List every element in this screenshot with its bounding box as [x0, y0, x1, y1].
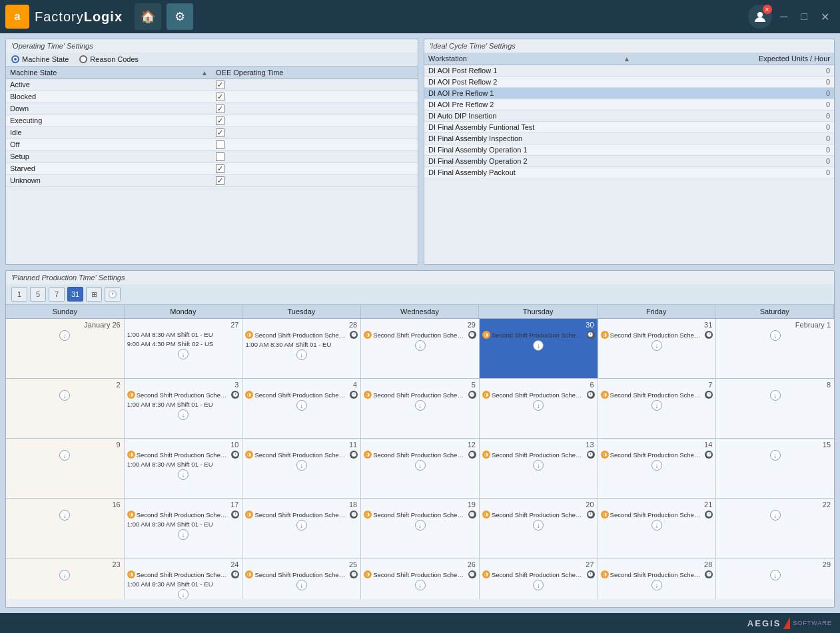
- calendar-event[interactable]: ◑ Second Shift Production Schedule 🕐: [126, 390, 241, 399]
- calendar-cell[interactable]: 7 ◑ Second Shift Production Schedule 🕐 ↓: [598, 379, 717, 438]
- calendar-add-event-button[interactable]: ↓: [770, 450, 781, 461]
- calendar-event[interactable]: ◑ Second Shift Production Schedule 🕐: [362, 330, 478, 339]
- calendar-add-event-button[interactable]: ↓: [178, 409, 189, 420]
- calendar-event[interactable]: ◑ Second Shift Production Schedule 🕐: [362, 510, 478, 519]
- calendar-add-event-button[interactable]: ↓: [296, 349, 307, 360]
- calendar-cell[interactable]: 271:00 AM 8:30 AM Shift 01 - EU9:00 AM 4…: [125, 319, 243, 378]
- calendar-event[interactable]: ◑ Second Shift Production Schedule 🕐: [244, 570, 359, 579]
- calendar-add-event-button[interactable]: ↓: [59, 450, 70, 461]
- calendar-add-event-button[interactable]: ↓: [296, 520, 307, 530]
- calendar-cell[interactable]: 21 ◑ Second Shift Production Schedule 🕐 …: [598, 499, 717, 558]
- calendar-add-event-button[interactable]: ↓: [296, 580, 307, 590]
- calendar-add-event-button[interactable]: ↓: [415, 460, 426, 471]
- calendar-add-event-button[interactable]: ↓: [651, 400, 662, 411]
- calendar-add-event-button[interactable]: ↓: [533, 400, 544, 411]
- calendar-cell[interactable]: January 26↓: [6, 319, 125, 378]
- ict-row[interactable]: DI Final Assembly Packout 0: [424, 167, 834, 178]
- calendar-add-event-button[interactable]: ↓: [770, 510, 781, 521]
- view-clock-button[interactable]: 🕐: [105, 287, 121, 302]
- calendar-cell[interactable]: 15↓: [716, 439, 834, 498]
- calendar-add-event-button[interactable]: ↓: [770, 330, 781, 341]
- calendar-add-event-button[interactable]: ↓: [415, 400, 426, 411]
- ict-row[interactable]: DI Final Assembly Operation 2 0: [424, 156, 834, 167]
- calendar-event[interactable]: ◑ Second Shift Production Schedule 🕐: [481, 450, 596, 459]
- calendar-add-event-button[interactable]: ↓: [770, 390, 781, 401]
- checkbox-icon[interactable]: ✓: [216, 128, 224, 137]
- calendar-add-event-button[interactable]: ↓: [296, 460, 307, 471]
- calendar-event-shift01[interactable]: 1:00 AM 8:30 AM Shift 01 - EU: [126, 460, 241, 469]
- calendar-cell[interactable]: 27 ◑ Second Shift Production Schedule 🕐 …: [480, 558, 598, 599]
- calendar-cell[interactable]: February 1↓: [716, 319, 834, 378]
- calendar-cell[interactable]: 22↓: [716, 499, 834, 558]
- ict-col-workstation[interactable]: Workstation ▲: [424, 53, 634, 65]
- calendar-cell[interactable]: 25 ◑ Second Shift Production Schedule 🕐 …: [242, 558, 361, 599]
- calendar-add-event-button[interactable]: ↓: [415, 580, 426, 590]
- radio-reason-codes[interactable]: Reason Codes: [79, 55, 139, 63]
- ot-cell-check[interactable]: ✓: [212, 175, 418, 186]
- checkbox-icon[interactable]: ✓: [216, 176, 224, 185]
- checkbox-icon[interactable]: [216, 140, 224, 149]
- calendar-cell[interactable]: 10 ◑ Second Shift Production Schedule 🕐 …: [125, 439, 243, 498]
- calendar-event[interactable]: ◑ Second Shift Production Schedule 🕐: [126, 450, 241, 459]
- view-7day-button[interactable]: 7: [49, 287, 65, 302]
- calendar-cell[interactable]: 13 ◑ Second Shift Production Schedule 🕐 …: [480, 439, 598, 498]
- calendar-add-event-button[interactable]: ↓: [178, 469, 189, 480]
- ot-cell-check[interactable]: ✓: [212, 163, 418, 174]
- view-5day-button[interactable]: 5: [30, 287, 46, 302]
- calendar-add-event-button[interactable]: ↓: [533, 520, 544, 530]
- calendar-add-event-button[interactable]: ↓: [415, 520, 426, 530]
- calendar-cell[interactable]: 31 ◑ Second Shift Production Schedule 🕐 …: [598, 319, 717, 378]
- calendar-event-shift01[interactable]: 1:00 AM 8:30 AM Shift 01 - EU: [126, 580, 241, 588]
- calendar-cell[interactable]: 24 ◑ Second Shift Production Schedule 🕐 …: [125, 558, 243, 599]
- minimize-button[interactable]: ─: [775, 8, 793, 25]
- calendar-cell[interactable]: 28 ◑ Second Shift Production Schedule 🕐 …: [242, 319, 361, 378]
- calendar-add-event-button[interactable]: ↓: [651, 580, 662, 590]
- calendar-cell[interactable]: 12 ◑ Second Shift Production Schedule 🕐 …: [361, 439, 480, 498]
- calendar-add-event-button[interactable]: ↓: [59, 390, 70, 401]
- calendar-add-event-button[interactable]: ↓: [415, 340, 426, 351]
- calendar-add-event-button[interactable]: ↓: [59, 510, 70, 521]
- calendar-cell[interactable]: 26 ◑ Second Shift Production Schedule 🕐 …: [361, 558, 480, 599]
- calendar-add-event-button[interactable]: ↓: [651, 460, 662, 471]
- calendar-cell[interactable]: 28 ◑ Second Shift Production Schedule 🕐 …: [598, 558, 717, 599]
- calendar-cell[interactable]: 4 ◑ Second Shift Production Schedule 🕐 ↓: [242, 379, 361, 438]
- calendar-event[interactable]: ◑ Second Shift Production Schedule 🕐: [481, 390, 596, 399]
- home-button[interactable]: 🏠: [135, 3, 161, 30]
- col-machine-state-header[interactable]: Machine State ▲: [6, 67, 212, 79]
- calendar-event[interactable]: ◑ Second Shift Production Schedule 🕐: [244, 450, 359, 459]
- calendar-cell[interactable]: 20 ◑ Second Shift Production Schedule 🕐 …: [480, 499, 598, 558]
- calendar-add-event-button[interactable]: ↓: [651, 520, 662, 530]
- ict-row[interactable]: DI Final Assembly Funtional Test 0: [424, 122, 834, 133]
- checkbox-icon[interactable]: [216, 152, 224, 161]
- calendar-event[interactable]: ◑ Second Shift Production Schedule 🕐: [362, 570, 478, 579]
- calendar-cell[interactable]: 23↓: [6, 558, 125, 599]
- calendar-add-event-button[interactable]: ↓: [770, 570, 781, 580]
- calendar-cell[interactable]: 3 ◑ Second Shift Production Schedule 🕐 1…: [125, 379, 243, 438]
- calendar-event[interactable]: ◑ Second Shift Production Schedule 🕐: [600, 570, 715, 579]
- checkbox-icon[interactable]: ✓: [216, 116, 224, 125]
- calendar-cell[interactable]: 29↓: [716, 558, 834, 599]
- calendar-add-event-button[interactable]: ↓: [296, 400, 307, 411]
- calendar-event[interactable]: ◑ Second Shift Production Schedule 🕐: [244, 330, 359, 339]
- calendar-cell[interactable]: 29 ◑ Second Shift Production Schedule 🕐 …: [361, 319, 480, 378]
- checkbox-icon[interactable]: ✓: [216, 105, 224, 113]
- calendar-cell[interactable]: 8↓: [716, 379, 834, 438]
- calendar-event[interactable]: ◑ Second Shift Production Schedule 🕐: [600, 390, 715, 399]
- calendar-add-event-button[interactable]: ↓: [533, 460, 544, 471]
- calendar-event[interactable]: ◑ Second Shift Production Schedule 🕐: [362, 390, 478, 399]
- app-logo[interactable]: a: [5, 5, 29, 29]
- calendar-event[interactable]: ◑ Second Shift Production Schedule 🕐: [481, 330, 596, 339]
- calendar-event[interactable]: ◑ Second Shift Production Schedule 🕐: [244, 390, 359, 399]
- view-day-button[interactable]: 1: [11, 287, 27, 302]
- calendar-event[interactable]: ◑ Second Shift Production Schedule 🕐: [600, 510, 715, 519]
- calendar-add-event-button[interactable]: ↓: [533, 340, 544, 351]
- calendar-event[interactable]: ◑ Second Shift Production Schedule 🕐: [481, 570, 596, 579]
- ict-row[interactable]: DI AOI Pre Reflow 2 0: [424, 99, 834, 110]
- ot-cell-check[interactable]: ✓: [212, 127, 418, 138]
- calendar-event[interactable]: ◑ Second Shift Production Schedule 🕐: [362, 450, 478, 459]
- calendar-add-event-button[interactable]: ↓: [533, 580, 544, 590]
- ot-cell-check[interactable]: ✓: [212, 91, 418, 103]
- calendar-event-shift01[interactable]: 1:00 AM 8:30 AM Shift 01 - EU: [126, 330, 241, 339]
- checkbox-icon[interactable]: ✓: [216, 164, 224, 173]
- calendar-event-shift01[interactable]: 1:00 AM 8:30 AM Shift 01 - EU: [244, 340, 359, 349]
